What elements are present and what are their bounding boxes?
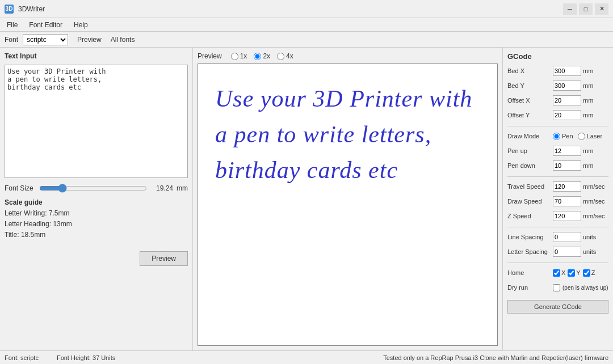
status-height: Font Height: 37 Units (57, 354, 115, 361)
bed-y-input[interactable] (553, 81, 581, 91)
draw-mode-laser-radio[interactable] (578, 133, 585, 140)
pen-up-input[interactable] (553, 146, 581, 156)
travel-speed-unit: mm/sec (583, 183, 605, 190)
home-y-checkbox-label[interactable]: Y (568, 269, 580, 277)
home-y-checkbox[interactable] (568, 269, 575, 277)
bed-y-unit: mm (583, 82, 593, 89)
line-spacing-input[interactable] (553, 232, 581, 242)
preview-canvas: Use your 3D Printer with a pen to write … (198, 64, 498, 346)
bed-x-label: Bed X (507, 67, 553, 74)
draw-mode-pen-radio[interactable] (553, 133, 560, 140)
home-z-checkbox-label[interactable]: Z (583, 269, 595, 277)
zoom-2x-radio[interactable] (254, 53, 261, 60)
draw-speed-row: Draw Speed mm/sec (507, 196, 608, 207)
menu-font-editor[interactable]: Font Editor (24, 20, 67, 30)
offset-y-unit: mm (583, 112, 593, 118)
app-title: 3DWriter (18, 5, 45, 13)
status-font: Font: scriptc (5, 354, 39, 361)
text-input-label: Text Input (5, 52, 188, 60)
font-select[interactable]: scriptc arial times (23, 34, 68, 45)
draw-mode-laser[interactable]: Laser (578, 133, 603, 140)
title-bar: 3D 3DWriter ─ □ ✕ (0, 0, 613, 18)
draw-speed-input[interactable] (553, 196, 581, 206)
z-speed-label: Z Speed (507, 213, 553, 219)
offset-x-label: Offset X (507, 97, 553, 104)
zoom-radio-group: 1x 2x 4x (231, 52, 293, 60)
home-x-checkbox[interactable] (553, 269, 560, 277)
preview-button[interactable]: Preview (140, 251, 188, 266)
generate-gcode-button[interactable]: Generate GCode (507, 300, 608, 314)
maximize-button[interactable]: □ (579, 3, 593, 15)
menu-file[interactable]: File (2, 20, 22, 30)
title-bar-left: 3D 3DWriter (5, 5, 45, 14)
app-icon: 3D (5, 5, 14, 14)
dry-run-row: Dry run (pen is always up) (507, 282, 608, 293)
travel-speed-input[interactable] (553, 181, 581, 192)
offset-x-input[interactable] (553, 95, 581, 105)
offset-y-row: Offset Y mm (507, 109, 608, 121)
letter-spacing-input[interactable] (553, 247, 581, 257)
pen-down-unit: mm (583, 162, 593, 169)
travel-speed-row: Travel Speed mm/sec (507, 181, 608, 192)
preview-header-label: Preview (198, 52, 222, 60)
zoom-1x-radio[interactable] (231, 53, 238, 60)
status-right: Tested only on a RepRap Prusa i3 Clone w… (383, 354, 608, 361)
letter-spacing-row: Letter Spacing units (507, 246, 608, 257)
gcode-title: GCode (507, 52, 608, 61)
minimize-button[interactable]: ─ (563, 3, 577, 15)
pen-up-label: Pen up (507, 147, 553, 154)
status-bar: Font: scriptc Font Height: 37 Units Test… (0, 350, 613, 364)
letter-spacing-label: Letter Spacing (507, 248, 553, 255)
close-button[interactable]: ✕ (595, 3, 608, 15)
preview-link[interactable]: Preview (77, 36, 102, 44)
draw-mode-radio-group: Pen Laser (553, 133, 602, 140)
draw-speed-label: Draw Speed (507, 198, 553, 205)
draw-mode-pen[interactable]: Pen (553, 133, 573, 140)
status-left: Font: scriptc Font Height: 37 Units (5, 354, 115, 361)
dry-run-note: (pen is always up) (562, 285, 608, 291)
bed-x-input[interactable] (553, 66, 581, 76)
separator-1 (507, 126, 608, 126)
menu-help[interactable]: Help (69, 20, 93, 30)
font-size-slider[interactable] (39, 184, 147, 193)
zoom-2x-label: 2x (263, 52, 270, 60)
line-spacing-unit: units (583, 234, 596, 240)
text-input[interactable]: Use your 3D Printer with a pen to write … (5, 65, 188, 178)
zoom-4x-radio[interactable] (277, 53, 284, 60)
home-x-checkbox-label[interactable]: X (553, 269, 565, 277)
pen-down-input[interactable] (553, 160, 581, 171)
zoom-4x[interactable]: 4x (277, 52, 293, 60)
dry-run-label: Dry run (507, 284, 553, 291)
offset-y-input[interactable] (553, 110, 581, 120)
left-panel: Text Input Use your 3D Printer with a pe… (0, 48, 193, 350)
travel-speed-label: Travel Speed (507, 183, 553, 190)
app-icon-text: 3D (6, 6, 13, 12)
dry-run-checkbox[interactable] (553, 284, 560, 291)
dry-run-checkbox-label[interactable]: (pen is always up) (553, 284, 608, 291)
home-z-checkbox[interactable] (583, 269, 590, 277)
draw-mode-laser-label: Laser (587, 133, 603, 139)
scale-guide-item-0: Letter Writing: 7.5mm (5, 208, 188, 219)
font-size-row: Font Size 19.24 mm (5, 184, 188, 193)
zoom-2x[interactable]: 2x (254, 52, 270, 60)
font-size-value: 19.24 (150, 184, 173, 192)
pen-down-row: Pen down mm (507, 160, 608, 171)
draw-speed-unit: mm/sec (583, 198, 605, 205)
all-fonts-link[interactable]: All fonts (111, 36, 135, 44)
zoom-1x[interactable]: 1x (231, 52, 247, 60)
z-speed-input[interactable] (553, 211, 581, 221)
menu-bar: File Font Editor Help (0, 18, 613, 32)
font-size-unit: mm (177, 184, 188, 192)
scale-guide-item-1: Letter Heading: 13mm (5, 219, 188, 230)
scale-guide: Scale guide Letter Writing: 7.5mm Letter… (5, 198, 188, 241)
home-x-label: X (561, 269, 565, 276)
separator-4 (507, 263, 608, 263)
main-content: Text Input Use your 3D Printer with a pe… (0, 48, 613, 350)
offset-x-row: Offset X mm (507, 95, 608, 106)
pen-up-unit: mm (583, 147, 593, 154)
draw-mode-pen-label: Pen (562, 133, 573, 139)
bed-x-unit: mm (583, 67, 593, 74)
pen-up-row: Pen up mm (507, 145, 608, 156)
draw-mode-label: Draw Mode (507, 133, 553, 139)
font-label: Font (5, 36, 18, 44)
